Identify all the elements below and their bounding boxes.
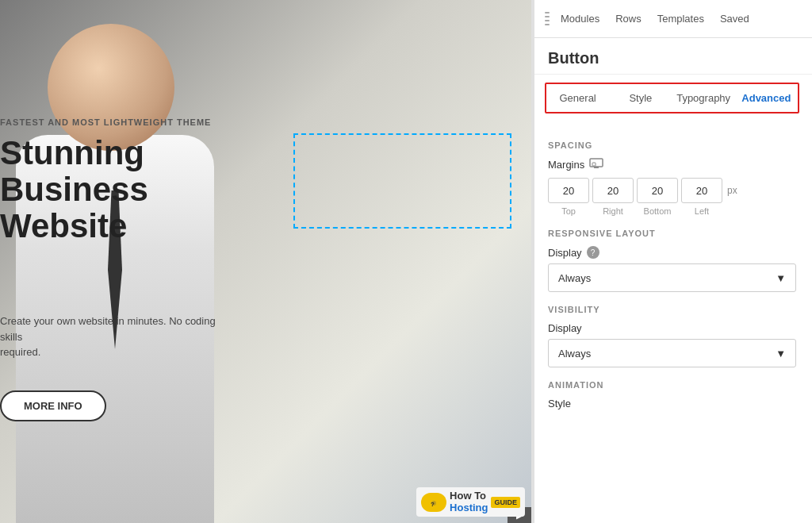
preview-subtitle: Create your own website in minutes. No c… [0,313,222,360]
responsive-display-value: Always [558,272,591,284]
subtab-style[interactable]: Style [609,84,672,112]
watermark-hosting: Hosting [450,502,488,513]
top-label: Top [548,206,589,216]
margin-right-input[interactable]: 20 [592,178,634,203]
svg-rect-6 [594,167,599,168]
animation-section-header: ANIMATION [548,380,796,390]
bottom-label: Bottom [637,206,678,216]
headline-line1: Stunning [0,135,148,171]
drag-handle[interactable] [545,7,550,31]
subtitle-line2: required. [0,344,222,360]
svg-text:?: ? [431,501,435,508]
selection-box [293,133,511,229]
watermark-guide: GUIDE [491,497,520,508]
margins-label-row: Margins [548,158,796,171]
margin-bottom-input[interactable]: 20 [637,178,678,203]
watermark: ? How To Hosting GUIDE [416,487,525,517]
visibility-display-select[interactable]: Always ▼ [548,339,796,367]
responsive-section-header: RESPONSIVE LAYOUT [548,229,796,238]
preview-content: FASTEST AND MOST LIGHTWEIGHT THEME Stunn… [0,0,531,523]
margins-inputs: 20 20 20 20 px [548,178,796,203]
headline-line3: Website [0,208,148,244]
tab-modules[interactable]: Modules [561,10,599,28]
watermark-logo: ? How To Hosting GUIDE [416,487,525,517]
chevron-down-icon-2: ▼ [776,348,786,360]
responsive-display-label: Display ? [548,246,796,259]
watermark-how: How To [450,490,488,502]
chevron-down-icon: ▼ [776,272,786,284]
tab-saved[interactable]: Saved [720,10,749,28]
panel-body: SPACING Margins 20 20 20 20 px Top Right… [532,121,812,523]
subtab-general[interactable]: General [546,84,609,112]
spacing-section-header: SPACING [548,140,796,150]
tab-rows[interactable]: Rows [615,10,642,28]
animation-style-label: Style [548,398,796,410]
margin-labels: Top Right Bottom Left [548,206,796,216]
right-label: Right [592,206,634,216]
margin-left-input[interactable]: 20 [681,178,722,203]
svg-rect-7 [592,163,596,166]
preview-panel: FASTEST AND MOST LIGHTWEIGHT THEME Stunn… [0,0,531,523]
settings-panel: Modules Rows Templates Saved Button Gene… [531,0,812,523]
nav-tabs: Modules Rows Templates Saved [561,10,799,28]
visibility-display-label: Display [548,322,796,334]
subtitle-line1: Create your own website in minutes. No c… [0,313,222,344]
panel-title: Button [532,38,812,75]
watermark-cloud-icon: ? [421,493,446,512]
svg-rect-5 [590,159,603,167]
responsive-icon[interactable] [589,158,603,171]
help-icon-responsive[interactable]: ? [587,246,599,259]
preview-tagline: FASTEST AND MOST LIGHTWEIGHT THEME [0,117,211,127]
more-info-button[interactable]: MORE INFO [0,390,106,421]
px-unit-label: px [727,185,737,196]
margins-label: Margins [548,159,584,171]
headline-line2: Business [0,171,148,208]
top-nav: Modules Rows Templates Saved [532,0,812,38]
preview-headline: Stunning Business Website [0,135,148,245]
sub-tabs-wrapper: General Style Typography Advanced [545,83,799,113]
subtab-typography[interactable]: Typography [672,84,735,112]
panel-divider[interactable] [531,0,534,523]
tab-templates[interactable]: Templates [657,10,704,28]
visibility-section-header: VISIBILITY [548,305,796,314]
visibility-display-value: Always [558,348,591,360]
responsive-display-select[interactable]: Always ▼ [548,263,796,292]
subtab-advanced[interactable]: Advanced [735,84,798,112]
left-label: Left [681,206,722,216]
margin-top-input[interactable]: 20 [548,178,589,203]
watermark-text: How To Hosting [450,490,488,513]
